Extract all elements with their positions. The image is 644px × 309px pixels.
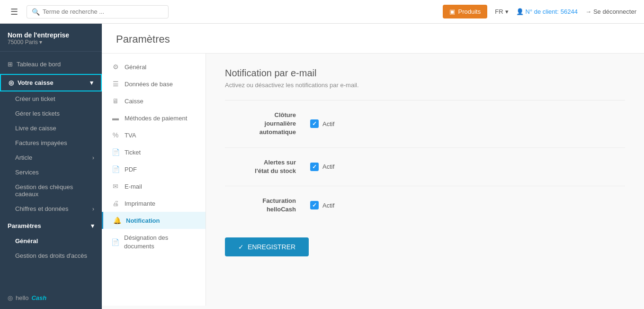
- settings-nav-tva[interactable]: % TVA: [102, 127, 206, 144]
- sidebar-item-cheques-cadeaux[interactable]: Gestion des chèques cadeaux: [0, 180, 102, 201]
- tva-icon: %: [111, 131, 120, 139]
- facturation-status: Actif: [322, 202, 334, 209]
- produits-label: Produits: [458, 8, 481, 15]
- save-icon: ✓: [238, 243, 244, 251]
- search-bar: 🔍: [27, 5, 169, 18]
- email-icon: ✉: [111, 182, 120, 190]
- printer-icon: 🖨: [111, 200, 120, 207]
- logo-icon: ◎: [8, 294, 13, 301]
- parametres-arrow-icon: ▾: [91, 222, 94, 229]
- dashboard-label: Tableau de bord: [17, 61, 61, 68]
- sidebar-item-creer-ticket[interactable]: Créer un ticket: [0, 91, 102, 106]
- menu-label: Gestion des chèques cadeaux: [15, 183, 94, 198]
- page-header: Paramètres: [102, 24, 644, 54]
- menu-label: Livre de caisse: [15, 125, 56, 132]
- nav-label: Désignation des documents: [124, 234, 196, 251]
- caisse-arrow-icon: ▾: [90, 79, 93, 86]
- client-number: 👤 N° de client: 56244: [516, 8, 578, 15]
- payment-icon: ▬: [111, 114, 120, 122]
- settings-nav-methodes[interactable]: ▬ Méthodes de paiement: [102, 109, 206, 127]
- facturation-label: FacturationhelloCash: [225, 197, 310, 214]
- nav-label: Général: [125, 64, 146, 71]
- nav-label: Données de base: [125, 81, 173, 88]
- dashboard-icon: ⊞: [8, 61, 13, 68]
- save-button[interactable]: ✓ ENREGISTRER: [225, 237, 309, 256]
- sidebar-item-services[interactable]: Services: [0, 165, 102, 180]
- chevron-down-icon: ▾: [505, 8, 509, 15]
- nav-label: PDF: [125, 166, 137, 173]
- settings-nav-donnees[interactable]: ☰ Données de base: [102, 75, 206, 92]
- language-selector[interactable]: FR ▾: [495, 8, 508, 15]
- header-right: ▣ Produits FR ▾ 👤 N° de client: 56244 → …: [443, 5, 636, 18]
- sidebar-item-parametres[interactable]: Paramètres ▾: [0, 218, 102, 234]
- search-icon: 🔍: [32, 8, 40, 16]
- settings-nav-general[interactable]: ⚙ Général: [102, 58, 206, 75]
- menu-label: Gérer les tickets: [15, 110, 60, 117]
- menu-label: Article: [15, 154, 32, 161]
- lang-label: FR: [495, 8, 503, 15]
- sidebar-item-factures-impayees[interactable]: Factures impayées: [0, 136, 102, 150]
- alertes-checkbox[interactable]: [310, 163, 319, 171]
- cloture-status: Actif: [322, 120, 334, 127]
- sidebar: Nom de l'entreprise 75000 Paris ▾ ⊞ Tabl…: [0, 24, 102, 309]
- document-icon: 📄: [111, 238, 119, 246]
- nav-label: Caisse: [125, 98, 143, 105]
- sidebar-footer: ◎ hello Cash: [0, 287, 102, 309]
- chevron-down-icon: ▾: [39, 39, 42, 45]
- city-label: 75000 Paris: [8, 39, 38, 45]
- sidebar-item-gerer-tickets[interactable]: Gérer les tickets: [0, 106, 102, 121]
- cloture-label: Clôturejournalièreautomatique: [225, 111, 310, 137]
- cloture-checkbox[interactable]: [310, 119, 319, 128]
- menu-label: Créer un ticket: [15, 95, 55, 102]
- sidebar-item-livre-caisse[interactable]: Livre de caisse: [0, 121, 102, 136]
- logo-hello: hello: [16, 294, 28, 301]
- facturation-checkbox[interactable]: [310, 201, 319, 209]
- pdf-icon: 📄: [111, 165, 120, 173]
- nav-label: TVA: [125, 132, 136, 139]
- nav-label: Imprimante: [125, 200, 155, 207]
- sidebar-brand: Nom de l'entreprise 75000 Paris ▾: [0, 24, 102, 52]
- alertes-status: Actif: [322, 163, 334, 170]
- chevron-right-icon: ›: [92, 154, 94, 161]
- caisse-sub-menu: Créer un ticket Gérer les tickets Livre …: [0, 91, 102, 216]
- hellocash-logo: ◎ hello Cash: [8, 294, 94, 301]
- settings-nav-ticket[interactable]: 📄 Ticket: [102, 144, 206, 161]
- menu-label: Chiffres et données: [15, 205, 69, 212]
- gear-icon: ⚙: [111, 63, 120, 71]
- settings-nav-notification[interactable]: 🔔 Notification: [102, 212, 206, 229]
- hamburger-icon[interactable]: ☰: [8, 4, 21, 20]
- main-panel: Notification par e-mail Activez ou désac…: [206, 54, 644, 306]
- ticket-icon: 📄: [111, 148, 120, 156]
- save-label: ENREGISTRER: [248, 243, 295, 251]
- search-input[interactable]: [43, 8, 163, 15]
- produits-button[interactable]: ▣ Produits: [443, 5, 487, 18]
- settings-nav-caisse[interactable]: 🖥 Caisse: [102, 92, 206, 109]
- settings-nav-email[interactable]: ✉ E-mail: [102, 178, 206, 195]
- settings-nav: ⚙ Général ☰ Données de base 🖥 Caisse ▬ M…: [102, 54, 206, 306]
- sidebar-item-gestion-droits[interactable]: Gestion des droits d'accès: [0, 248, 102, 263]
- sidebar-item-chiffres-donnees[interactable]: Chiffres et données ›: [0, 201, 102, 216]
- page-title: Paramètres: [116, 33, 630, 45]
- sidebar-item-dashboard[interactable]: ⊞ Tableau de bord: [0, 56, 102, 72]
- nav-label: Ticket: [125, 149, 141, 156]
- produits-icon: ▣: [449, 8, 455, 15]
- top-header: ☰ 🔍 ▣ Produits FR ▾ 👤 N° de client: 5624…: [0, 0, 644, 24]
- content-area: Paramètres ⚙ Général ☰ Données de base 🖥…: [102, 24, 644, 309]
- company-name: Nom de l'entreprise: [8, 31, 94, 39]
- sidebar-item-general[interactable]: Général: [0, 234, 102, 248]
- menu-label: Général: [15, 237, 38, 245]
- disconnect-button[interactable]: → Se déconnecter: [585, 8, 636, 15]
- caisse-label: Votre caisse: [18, 79, 54, 86]
- settings-nav-pdf[interactable]: 📄 PDF: [102, 161, 206, 178]
- client-prefix: N° de client:: [526, 8, 559, 15]
- settings-nav-imprimante[interactable]: 🖨 Imprimante: [102, 195, 206, 212]
- sidebar-item-article[interactable]: Article ›: [0, 150, 102, 165]
- database-icon: ☰: [111, 80, 120, 88]
- sidebar-item-caisse[interactable]: ◎ Votre caisse ▾: [0, 74, 102, 91]
- menu-label: Factures impayées: [15, 139, 67, 146]
- settings-nav-designation[interactable]: 📄 Désignation des documents: [102, 229, 206, 255]
- alertes-label: Alertes surl'état du stock: [225, 158, 310, 175]
- facturation-control: Actif: [310, 201, 334, 209]
- section-subtitle: Activez ou désactivez les notifications …: [225, 82, 625, 89]
- chevron-right-icon: ›: [92, 205, 94, 212]
